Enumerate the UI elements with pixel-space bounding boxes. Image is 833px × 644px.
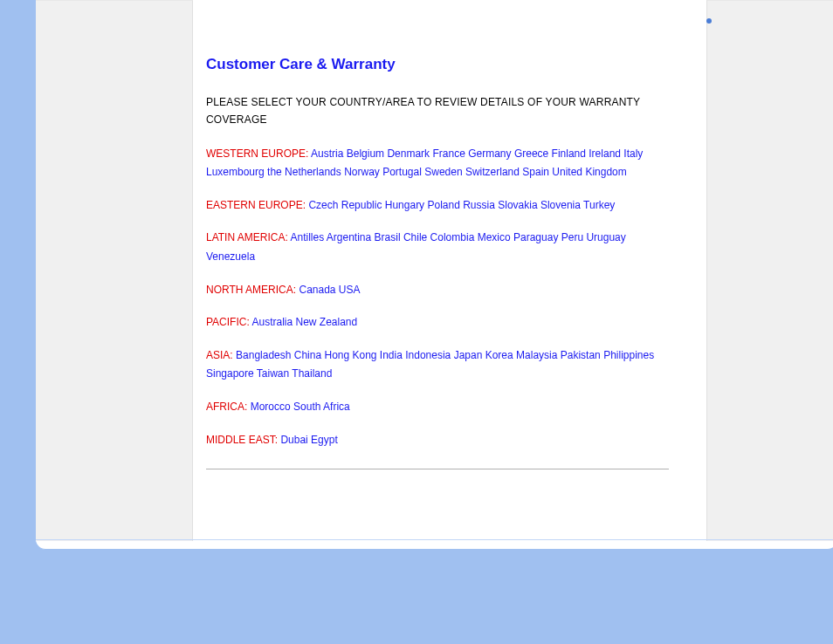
country-link[interactable]: Turkey — [583, 199, 615, 211]
country-link[interactable]: Czech Republic — [308, 199, 382, 211]
country-link[interactable]: Sweden — [424, 166, 462, 178]
country-link[interactable]: Denmark — [387, 147, 430, 160]
country-link[interactable]: Australia — [251, 316, 293, 328]
regions-container: WESTERN EUROPE: Austria Belgium Denmark … — [206, 145, 678, 450]
region-block: NORTH AMERICA: Canada USA — [206, 281, 678, 300]
country-link[interactable]: United Kingdom — [552, 166, 626, 178]
country-link[interactable]: New Zealand — [295, 316, 357, 328]
country-link[interactable]: Hong Kong — [324, 349, 376, 361]
region-label: EASTERN EUROPE: — [206, 199, 306, 211]
page-frame: Customer Care & Warranty PLEASE SELECT Y… — [35, 0, 833, 550]
country-link[interactable]: Taiwan — [257, 367, 289, 380]
country-link[interactable]: Mexico — [478, 231, 511, 243]
page-title: Customer Care & Warranty — [206, 52, 678, 78]
region-block: PACIFIC: Australia New Zealand — [206, 313, 678, 332]
country-link[interactable]: India — [380, 349, 403, 361]
region-block: WESTERN EUROPE: Austria Belgium Denmark … — [206, 145, 678, 182]
country-link[interactable]: Dubai — [280, 434, 307, 446]
region-label: LATIN AMERICA: — [206, 231, 288, 243]
country-link[interactable]: Malaysia — [516, 349, 557, 361]
country-link[interactable]: USA — [339, 284, 361, 296]
country-link[interactable]: Germany — [468, 147, 511, 160]
country-link[interactable]: Russia — [463, 199, 495, 211]
country-link[interactable]: Paraguay — [513, 231, 558, 243]
country-link[interactable]: Belgium — [347, 147, 384, 160]
country-link[interactable]: Italy — [623, 147, 643, 160]
country-link[interactable]: Canada — [299, 284, 335, 296]
country-link[interactable]: Philippines — [603, 349, 654, 361]
country-link[interactable]: Norway — [344, 166, 380, 178]
country-link[interactable]: Bangladesh — [236, 349, 291, 361]
country-link[interactable]: Colombia — [430, 231, 475, 243]
country-link[interactable]: Greece — [514, 147, 548, 160]
instruction-text: PLEASE SELECT YOUR COUNTRY/AREA TO REVIE… — [206, 93, 678, 129]
country-link[interactable]: Slovenia — [540, 199, 581, 211]
country-link[interactable]: Chile — [403, 231, 427, 243]
country-link[interactable]: Egypt — [311, 434, 338, 446]
country-link[interactable]: Korea — [485, 349, 513, 361]
region-block: LATIN AMERICA: Antilles Argentina Brasil… — [206, 229, 678, 266]
left-sidebar — [36, 0, 193, 541]
country-link[interactable]: Antilles — [290, 231, 324, 243]
country-link[interactable]: Indonesia — [405, 349, 451, 361]
region-block: AFRICA: Morocco South Africa — [206, 398, 678, 417]
region-block: ASIA: Bangladesh China Hong Kong India I… — [206, 346, 678, 384]
country-link[interactable]: Thailand — [292, 367, 332, 380]
region-label: WESTERN EUROPE: — [206, 147, 308, 160]
region-block: MIDDLE EAST: Dubai Egypt — [206, 431, 678, 450]
country-link[interactable]: Uruguay — [586, 231, 625, 243]
region-label: PACIFIC: — [206, 316, 250, 328]
country-link[interactable]: the Netherlands — [267, 166, 341, 178]
country-link[interactable]: Brasil — [375, 231, 401, 243]
country-link[interactable]: Japan — [454, 349, 483, 361]
region-label: NORTH AMERICA: — [206, 284, 296, 296]
divider — [206, 469, 669, 469]
country-link[interactable]: Poland — [427, 199, 459, 211]
region-label: MIDDLE EAST: — [206, 434, 278, 446]
country-link[interactable]: Peru — [561, 231, 583, 243]
region-label: ASIA: — [206, 349, 233, 361]
country-link[interactable]: France — [432, 147, 465, 160]
country-link[interactable]: South Africa — [293, 401, 350, 413]
right-sidebar — [706, 0, 833, 541]
country-link[interactable]: Switzerland — [465, 166, 520, 178]
country-link[interactable]: Slovakia — [498, 199, 537, 211]
country-link[interactable]: Spain — [522, 166, 549, 178]
country-link[interactable]: Morocco — [251, 401, 291, 413]
region-label: AFRICA: — [206, 401, 247, 413]
country-link[interactable]: Luxembourg — [206, 166, 265, 178]
country-link[interactable]: Austria — [311, 147, 343, 160]
country-link[interactable]: China — [294, 349, 321, 361]
region-block: EASTERN EUROPE: Czech Republic Hungary P… — [206, 196, 678, 216]
country-link[interactable]: Hungary — [385, 199, 424, 211]
main-content: Customer Care & Warranty PLEASE SELECT Y… — [206, 52, 678, 469]
country-link[interactable]: Finland — [552, 147, 586, 160]
country-link[interactable]: Pakistan — [561, 349, 601, 361]
country-link[interactable]: Portugal — [382, 166, 422, 178]
country-link[interactable]: Argentina — [327, 231, 371, 243]
country-link[interactable]: Ireland — [589, 147, 621, 160]
country-link[interactable]: Singapore — [206, 367, 254, 380]
bottom-rule — [36, 539, 833, 540]
country-link[interactable]: Venezuela — [206, 250, 255, 263]
